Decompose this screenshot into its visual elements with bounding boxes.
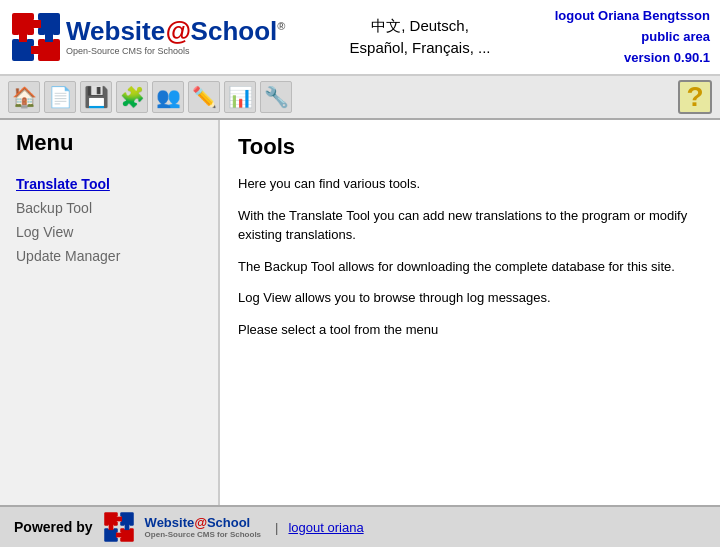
sidebar-item-translate-tool[interactable]: Translate Tool [16, 172, 202, 196]
content-para-3: The Backup Tool allows for downloading t… [238, 257, 702, 277]
svg-rect-11 [45, 32, 53, 42]
svg-rect-23 [124, 524, 129, 530]
footer-powered-by: Powered by [14, 519, 93, 535]
svg-rect-1 [38, 13, 60, 35]
content-para-2: With the Translate Tool you can add new … [238, 206, 702, 245]
svg-rect-9 [31, 46, 41, 54]
help-icon[interactable]: ? [678, 80, 712, 114]
logout-user-text[interactable]: logout Oriana Bengtsson [555, 6, 710, 27]
svg-rect-10 [19, 32, 27, 42]
toolbar: 🏠 📄 💾 🧩 👥 ✏️ 📊 🔧 ? [0, 76, 720, 120]
svg-rect-21 [116, 533, 122, 538]
content-para-1: Here you can find various tools. [238, 174, 702, 194]
svg-rect-15 [120, 528, 134, 542]
logo-registered: ® [277, 21, 285, 33]
logo-puzzle-icon [10, 11, 62, 63]
module-icon[interactable]: 🧩 [116, 81, 148, 113]
language-selector[interactable]: 中文, Deutsch, Español, Français, ... [350, 15, 491, 60]
content-area: Tools Here you can find various tools. W… [220, 120, 720, 537]
main-layout: Menu Translate Tool Backup Tool Log View… [0, 120, 720, 537]
svg-rect-22 [108, 524, 113, 530]
language-text: 中文, Deutsch, Español, Français, ... [350, 17, 491, 57]
svg-rect-2 [12, 39, 34, 61]
logo-main-text: Website@School® [66, 18, 285, 44]
page-icon[interactable]: 📄 [44, 81, 76, 113]
logo-area: Website@School® Open-Source CMS for Scho… [10, 11, 285, 63]
content-para-4: Log View allows you to browse through lo… [238, 288, 702, 308]
footer-logo-sub: Open-Source CMS for Schools [145, 530, 261, 539]
users-icon[interactable]: 👥 [152, 81, 184, 113]
save-icon[interactable]: 💾 [80, 81, 112, 113]
svg-rect-3 [38, 39, 60, 61]
edit-icon[interactable]: ✏️ [188, 81, 220, 113]
sidebar-item-backup-tool[interactable]: Backup Tool [16, 196, 202, 220]
svg-rect-8 [31, 20, 41, 28]
toolbar-icons: 🏠 📄 💾 🧩 👥 ✏️ 📊 🔧 [8, 81, 292, 113]
footer-logout-link[interactable]: logout oriana [288, 520, 363, 535]
sidebar-heading: Menu [16, 130, 202, 156]
content-heading: Tools [238, 134, 702, 160]
logo-website: Website [66, 16, 165, 46]
footer: Powered by Website@School Open-Source CM… [0, 505, 720, 547]
area-label: public area [555, 27, 710, 48]
logo-text-group: Website@School® Open-Source CMS for Scho… [66, 18, 285, 56]
logout-area: logout Oriana Bengtsson public area vers… [555, 6, 710, 68]
sidebar-item-update-manager[interactable]: Update Manager [16, 244, 202, 268]
sidebar-item-log-view[interactable]: Log View [16, 220, 202, 244]
logo-subtitle: Open-Source CMS for Schools [66, 46, 285, 56]
svg-rect-0 [12, 13, 34, 35]
svg-rect-14 [104, 528, 118, 542]
svg-rect-13 [120, 512, 134, 526]
tools-icon[interactable]: 🔧 [260, 81, 292, 113]
footer-logo-puzzle-icon [103, 511, 135, 543]
stats-icon[interactable]: 📊 [224, 81, 256, 113]
svg-rect-20 [116, 517, 122, 522]
footer-logo-text: Website@School Open-Source CMS for Schoo… [145, 515, 261, 539]
version-label: version 0.90.1 [555, 48, 710, 69]
sidebar: Menu Translate Tool Backup Tool Log View… [0, 120, 220, 537]
footer-separator: | [275, 520, 278, 535]
svg-rect-12 [104, 512, 118, 526]
logo-at-symbol: @ [165, 16, 190, 46]
content-para-5: Please select a tool from the menu [238, 320, 702, 340]
header: Website@School® Open-Source CMS for Scho… [0, 0, 720, 76]
logo-school-text: School [191, 16, 278, 46]
home-icon[interactable]: 🏠 [8, 81, 40, 113]
